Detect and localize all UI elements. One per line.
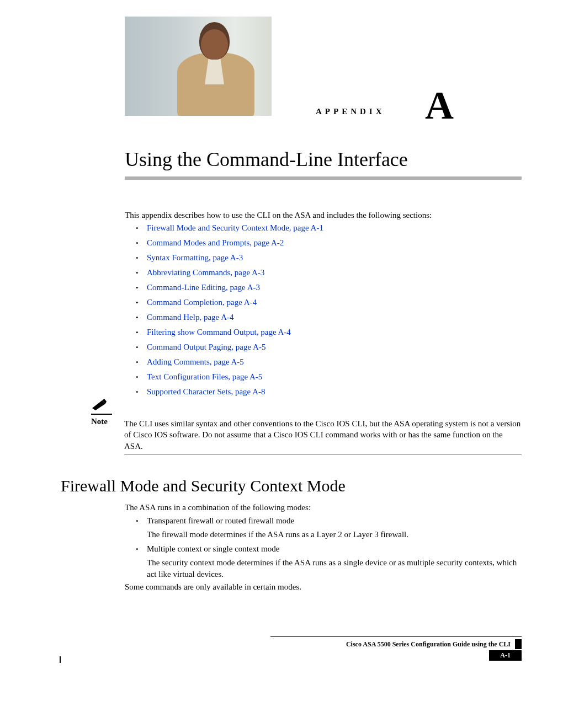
- title-underline: [125, 176, 522, 180]
- toc-link-item: •Adding Comments, page A-5: [136, 357, 511, 367]
- note-text: The CLI uses similar syntax and other co…: [124, 418, 522, 452]
- bullet-icon: •: [136, 545, 147, 554]
- intro-paragraph: This appendix describes how to use the C…: [125, 210, 511, 221]
- header-photo: [125, 17, 272, 116]
- toc-link-item: •Command-Line Editing, page A-3: [136, 283, 511, 292]
- toc-link-item: •Filtering show Command Output, page A-4: [136, 328, 511, 337]
- chapter-title: Using the Command-Line Interface: [125, 148, 408, 171]
- note-label: Note: [91, 417, 110, 426]
- section-intro: The ASA runs in a combination of the fol…: [125, 503, 522, 512]
- toc-link[interactable]: Filtering show Command Output, page A-4: [147, 328, 291, 337]
- bullet-icon: •: [136, 254, 147, 263]
- bullet-icon: •: [136, 343, 147, 352]
- modes-list: •Transparent firewall or routed firewall…: [136, 516, 522, 584]
- toc-link-item: •Text Configuration Files, page A-5: [136, 372, 511, 382]
- bullet-icon: •: [136, 328, 147, 337]
- toc-link[interactable]: Abbreviating Commands, page A-3: [147, 268, 264, 277]
- mode-item: •Multiple context or single context mode…: [136, 544, 522, 580]
- bullet-icon: •: [136, 283, 147, 292]
- note-divider: [124, 454, 522, 455]
- bullet-icon: •: [136, 358, 147, 367]
- mode-item: •Transparent firewall or routed firewall…: [136, 516, 522, 540]
- toc-link[interactable]: Command-Line Editing, page A-3: [147, 283, 260, 292]
- mode-title: Transparent firewall or routed firewall …: [147, 516, 294, 526]
- bullet-icon: •: [136, 298, 147, 307]
- page-footer: Cisco ASA 5500 Series Configuration Guid…: [61, 636, 522, 661]
- toc-link[interactable]: Adding Comments, page A-5: [147, 357, 244, 367]
- toc-link-item: •Command Modes and Prompts, page A-2: [136, 238, 511, 248]
- section-closing: Some commands are only available in cert…: [125, 582, 511, 592]
- bullet-icon: •: [136, 239, 147, 248]
- bullet-icon: •: [136, 224, 147, 233]
- mode-description: The security context mode determines if …: [147, 557, 522, 580]
- bullet-icon: •: [136, 269, 147, 277]
- bullet-icon: •: [136, 313, 147, 322]
- bullet-icon: •: [136, 373, 147, 382]
- toc-link-item: •Abbreviating Commands, page A-3: [136, 268, 511, 277]
- pencil-note-icon: [91, 398, 108, 410]
- toc-link-item: •Command Help, page A-4: [136, 313, 511, 322]
- footer-bar-icon: [515, 639, 522, 649]
- bullet-icon: •: [136, 388, 147, 397]
- mode-title: Multiple context or single context mode: [147, 544, 279, 554]
- toc-link[interactable]: Command Output Paging, page A-5: [147, 342, 265, 352]
- toc-link-list: •Firewall Mode and Security Context Mode…: [136, 223, 511, 402]
- page-number: A-1: [489, 650, 522, 661]
- toc-link-item: •Command Output Paging, page A-5: [136, 342, 511, 352]
- toc-link[interactable]: Text Configuration Files, page A-5: [147, 372, 262, 382]
- toc-link[interactable]: Syntax Formatting, page A-3: [147, 253, 243, 263]
- toc-link[interactable]: Firewall Mode and Security Context Mode,…: [147, 223, 323, 233]
- mode-description: The firewall mode determines if the ASA …: [147, 529, 522, 540]
- toc-link[interactable]: Command Help, page A-4: [147, 313, 233, 322]
- bullet-icon: •: [136, 517, 147, 526]
- left-crop-mark: [60, 656, 61, 663]
- section-heading: Firewall Mode and Security Context Mode: [61, 477, 346, 495]
- toc-link-item: •Syntax Formatting, page A-3: [136, 253, 511, 263]
- toc-link-item: •Supported Character Sets, page A-8: [136, 387, 511, 397]
- appendix-label: APPENDIX: [316, 107, 385, 116]
- toc-link[interactable]: Supported Character Sets, page A-8: [147, 387, 265, 397]
- toc-link[interactable]: Command Completion, page A-4: [147, 298, 257, 307]
- toc-link-item: •Firewall Mode and Security Context Mode…: [136, 223, 511, 233]
- footer-doc-title: Cisco ASA 5500 Series Configuration Guid…: [346, 640, 511, 649]
- toc-link-item: •Command Completion, page A-4: [136, 298, 511, 307]
- toc-link[interactable]: Command Modes and Prompts, page A-2: [147, 238, 284, 248]
- appendix-letter: A: [425, 83, 454, 129]
